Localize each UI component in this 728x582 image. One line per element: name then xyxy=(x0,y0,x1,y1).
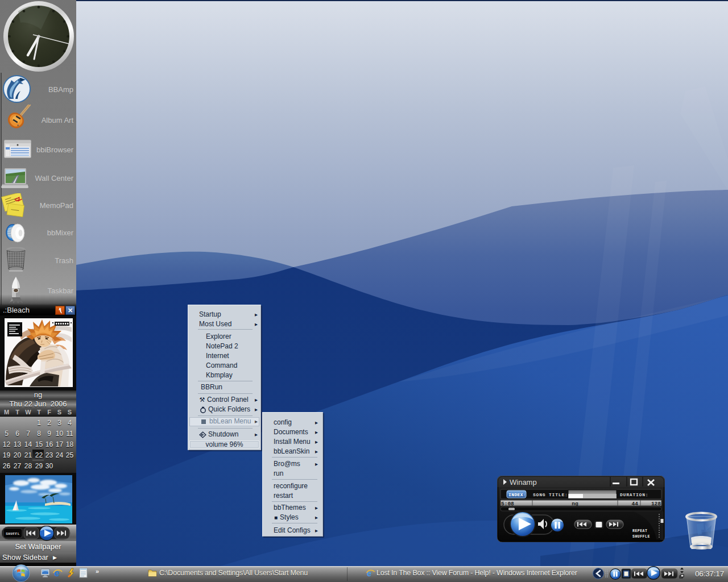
svg-text:INDEX:: INDEX: xyxy=(508,492,526,497)
svg-text:ng: ng xyxy=(572,501,578,507)
svg-text:SHUFFL: SHUFFL xyxy=(6,532,20,536)
svg-text:Winamp: Winamp xyxy=(510,478,537,487)
svg-text:REPEAT: REPEAT xyxy=(632,529,647,533)
svg-text:44: 44 xyxy=(632,501,639,507)
svg-text:»: » xyxy=(96,568,99,575)
svg-text:SHUFFLE: SHUFFLE xyxy=(632,535,650,539)
svg-text:128: 128 xyxy=(651,501,661,507)
svg-text:SONG TITLE:: SONG TITLE: xyxy=(533,492,568,497)
svg-text:DURATION:: DURATION: xyxy=(620,492,648,497)
svg-text:e: e xyxy=(54,568,59,579)
svg-text:5:08: 5:08 xyxy=(501,501,514,507)
